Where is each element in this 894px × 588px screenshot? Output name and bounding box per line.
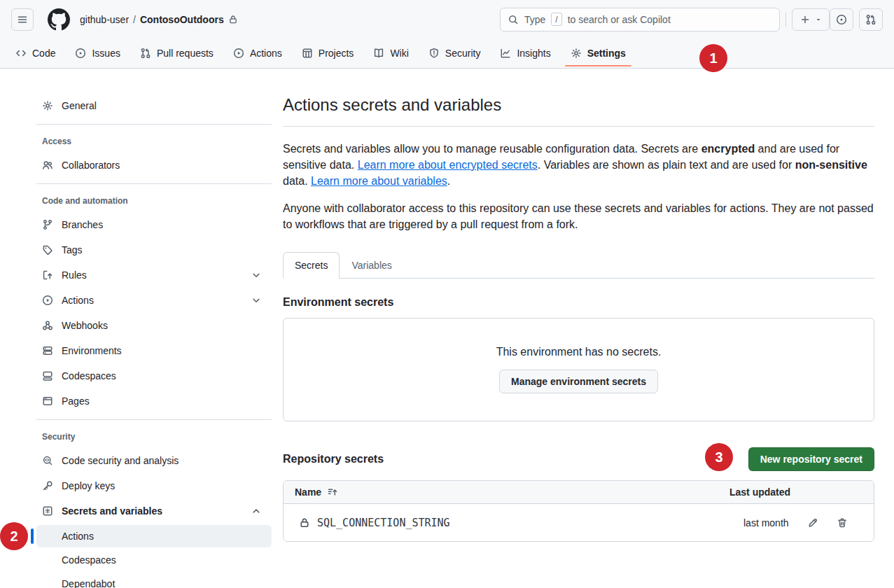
text-segment: . — [447, 175, 450, 187]
environment-secrets-empty-box: This environment has no secrets. Manage … — [283, 318, 874, 421]
tab-code[interactable]: Code — [10, 38, 61, 68]
edit-secret-button[interactable] — [807, 517, 818, 528]
repository-secrets-header: Repository secrets New repository secret — [283, 447, 874, 472]
global-issues-button[interactable] — [830, 8, 853, 31]
sidebar-item-codespaces[interactable]: Codespaces — [36, 363, 272, 388]
last-updated-value: last month — [743, 517, 789, 528]
text-segment: Secrets and variables allow you to manag… — [283, 143, 701, 155]
tab-label: Settings — [587, 43, 626, 64]
sidebar-item-rules[interactable]: Rules — [36, 262, 272, 288]
breadcrumb-owner-link[interactable]: github-user — [80, 14, 129, 25]
sidebar-item-label: Pages — [62, 396, 90, 407]
shield-icon — [428, 48, 440, 59]
delete-secret-button[interactable] — [837, 517, 848, 528]
tab-label: Projects — [319, 43, 354, 64]
intro-paragraph: Secrets and variables allow you to manag… — [283, 141, 874, 189]
global-search-input[interactable]: Type / to search or ask Copilot — [500, 8, 780, 31]
tab-label: Code — [32, 43, 55, 64]
play-icon — [233, 48, 244, 59]
sidebar-item-label: Environments — [62, 345, 122, 356]
pull-request-icon — [140, 48, 151, 59]
manage-environment-secrets-button[interactable]: Manage environment secrets — [499, 370, 658, 393]
sidebar-item-label: Code security and analysis — [62, 455, 179, 466]
secrets-variables-tabnav: SecretsVariables — [283, 252, 874, 279]
sidebar-item-environments[interactable]: Environments — [36, 338, 272, 363]
global-pull-requests-button[interactable] — [859, 8, 883, 31]
tab-wiki[interactable]: Wiki — [368, 38, 414, 68]
secret-row: SQL_CONNECTION_STRINGlast month — [284, 504, 874, 541]
sidebar-subitem-actions[interactable]: Actions — [36, 525, 272, 547]
sidebar-item-pages[interactable]: Pages — [36, 388, 272, 414]
people-icon — [42, 160, 53, 171]
tab-issues[interactable]: Issues — [69, 38, 125, 68]
lock-icon — [299, 517, 310, 528]
branch-icon — [42, 219, 53, 230]
sidebar-item-label: Deploy keys — [62, 480, 115, 491]
sidebar-item-label: Tags — [62, 244, 83, 255]
sidebar-item-tags[interactable]: Tags — [36, 237, 272, 262]
annotation-step-3: 3 — [705, 443, 733, 471]
text-segment: . Variables are shown as plain text and … — [538, 159, 795, 171]
new-repository-secret-button[interactable]: New repository secret — [748, 447, 874, 471]
tab-secrets[interactable]: Secrets — [283, 252, 340, 279]
tab-label: Insights — [517, 43, 550, 64]
graph-icon — [500, 48, 511, 59]
tab-pull-requests[interactable]: Pull requests — [134, 38, 219, 68]
sidebar-subitem-codespaces[interactable]: Codespaces — [36, 549, 272, 571]
repo-nav: CodeIssuesPull requestsActionsProjectsWi… — [0, 38, 650, 68]
tab-variables[interactable]: Variables — [340, 252, 403, 279]
global-header: github-user / ContosoOutdoors Type / to … — [0, 0, 894, 38]
book-icon — [373, 48, 384, 59]
repository-secrets-heading: Repository secrets — [283, 452, 384, 466]
sidebar-item-code-security-and-analysis[interactable]: Code security and analysis — [36, 448, 272, 473]
github-logo[interactable] — [48, 8, 70, 31]
issue-icon — [75, 48, 86, 59]
sort-asc-icon[interactable] — [327, 486, 338, 498]
sidebar-item-label: Branches — [62, 219, 103, 230]
chevron-down-icon — [251, 295, 262, 306]
sidebar-item-deploy-keys[interactable]: Deploy keys — [36, 473, 272, 498]
key-icon — [42, 480, 53, 491]
last-updated-column-header: Last updated — [729, 486, 862, 498]
header-divider — [785, 13, 786, 27]
learn-more-link[interactable]: Learn more about variables — [311, 175, 447, 187]
bold-text: non-sensitive — [795, 159, 867, 171]
sidebar-item-secrets-and-variables[interactable]: Secrets and variables — [36, 498, 272, 524]
sidebar-item-branches[interactable]: Branches — [36, 212, 272, 237]
webhook-icon — [42, 320, 53, 331]
breadcrumb-repo-link[interactable]: ContosoOutdoors — [140, 14, 224, 25]
hamburger-menu-button[interactable] — [11, 8, 34, 31]
chevron-down-icon — [251, 270, 262, 281]
lock-icon — [228, 15, 238, 24]
table-header-row: Name Last updated — [284, 481, 874, 504]
tab-actions[interactable]: Actions — [228, 38, 288, 68]
tab-settings[interactable]: Settings — [565, 38, 631, 68]
hamburger-icon — [17, 14, 28, 25]
sidebar-item-label: Collaborators — [62, 160, 120, 171]
sidebar-item-webhooks[interactable]: Webhooks — [36, 313, 272, 338]
tab-projects[interactable]: Projects — [296, 38, 360, 68]
sidebar-item-actions[interactable]: Actions — [36, 288, 272, 313]
play-icon — [42, 295, 53, 306]
gear-icon — [571, 48, 582, 59]
annotation-step-1: 1 — [699, 44, 727, 72]
sidebar-item-label: General — [62, 100, 97, 111]
search-placeholder-suffix: to search or ask Copilot — [568, 14, 671, 25]
settings-sidebar: GeneralAccessCollaboratorsCode and autom… — [36, 93, 272, 588]
tab-security[interactable]: Security — [423, 38, 487, 68]
environment-secrets-heading: Environment secrets — [283, 295, 874, 309]
main-content: Actions secrets and variables Secrets an… — [283, 91, 874, 542]
search-placeholder-prefix: Type — [524, 14, 545, 25]
tab-label: Actions — [250, 43, 282, 64]
create-new-button[interactable] — [792, 8, 830, 31]
annotation-step-2: 2 — [0, 522, 28, 550]
codescan-icon — [42, 455, 53, 466]
sidebar-item-general[interactable]: General — [36, 93, 272, 118]
tab-insights[interactable]: Insights — [494, 38, 556, 68]
secrets-icon — [42, 505, 53, 517]
learn-more-link[interactable]: Learn more about encrypted secrets — [358, 159, 538, 171]
sidebar-item-collaborators[interactable]: Collaborators — [36, 153, 272, 178]
sidebar-subitem-dependabot[interactable]: Dependabot — [36, 573, 272, 588]
slash-key-hint: / — [551, 13, 561, 26]
tab-label: Wiki — [390, 43, 408, 64]
